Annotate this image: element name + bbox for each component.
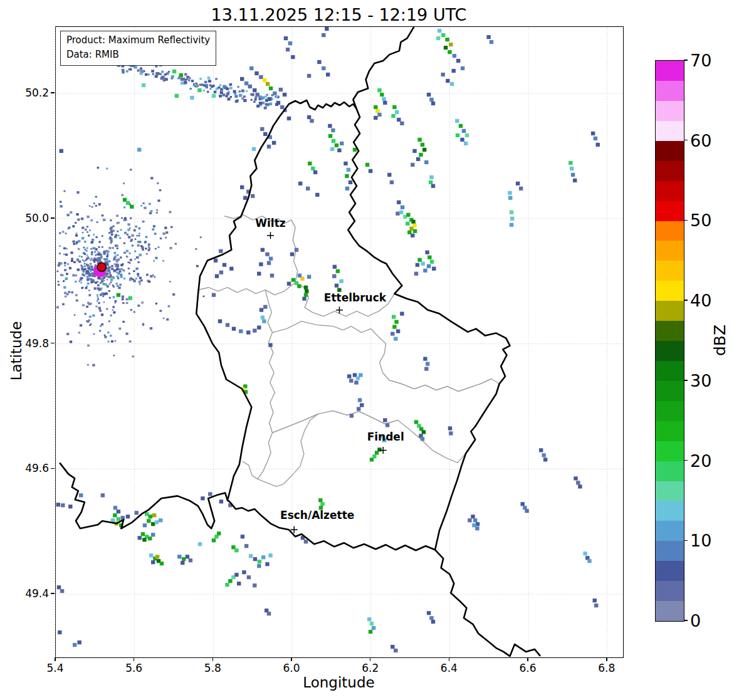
colorbar-segment xyxy=(656,601,684,621)
colorbar-segment xyxy=(656,181,684,201)
colorbar-segment xyxy=(656,341,684,361)
city-marker: Wiltz xyxy=(255,217,286,239)
colorbar-segment xyxy=(656,381,684,401)
x-tick-label: 5.6 xyxy=(125,662,142,674)
y-tick-label: 50.2 xyxy=(11,86,49,99)
radar-clutter-speckles xyxy=(56,54,287,367)
colorbar-segment xyxy=(656,401,684,421)
colorbar-segment xyxy=(656,541,684,561)
y-tick-mark xyxy=(51,593,55,594)
colorbar-tick-label: 50 xyxy=(690,211,711,230)
colorbar-segment xyxy=(656,561,684,581)
colorbar-segment xyxy=(656,581,684,601)
country-borders xyxy=(60,27,540,656)
colorbar xyxy=(655,60,684,622)
radar-figure-page: { "chart_data": { "type": "heatmap", "ti… xyxy=(0,0,739,700)
colorbar-segment xyxy=(656,321,684,341)
colorbar-segment xyxy=(656,481,684,501)
colorbar-tick-label: 20 xyxy=(690,451,711,470)
colorbar-tick-label: 30 xyxy=(690,370,711,390)
city-label: Findel xyxy=(367,431,404,443)
product-annotation-box: Product: Maximum Reflectivity Data: RMIB xyxy=(60,31,216,66)
colorbar-tick-label: 40 xyxy=(690,291,711,310)
y-tick-label: 49.6 xyxy=(11,462,49,474)
colorbar-segment xyxy=(656,121,684,141)
colorbar-segment xyxy=(656,461,684,481)
colorbar-segment xyxy=(656,301,684,321)
x-tick-label: 6.8 xyxy=(598,662,615,674)
colorbar-segment xyxy=(656,101,684,121)
colorbar-segment xyxy=(656,281,684,301)
x-tick-label: 6.4 xyxy=(441,662,458,674)
x-tick-label: 6.6 xyxy=(520,662,537,674)
y-tick-mark xyxy=(51,92,55,93)
map-canvas: WiltzEttelbruckFindelEsch/Alzette xyxy=(56,27,623,657)
x-axis-label: Longitude xyxy=(55,674,622,691)
city-marker: Findel xyxy=(367,431,404,454)
colorbar-segment xyxy=(656,501,684,521)
colorbar-segment xyxy=(656,421,684,441)
y-tick-label: 49.4 xyxy=(11,587,49,600)
reflectivity-echo-cells xyxy=(56,27,600,652)
colorbar-segment xyxy=(656,241,684,261)
x-tick-mark xyxy=(606,657,607,661)
colorbar-segment xyxy=(656,521,684,541)
city-label: Esch/Alzette xyxy=(280,509,354,521)
x-tick-label: 5.8 xyxy=(204,662,221,674)
city-marker: Esch/Alzette xyxy=(280,509,354,533)
colorbar-segment xyxy=(656,441,684,461)
x-tick-mark xyxy=(55,657,56,661)
colorbar-segment xyxy=(656,61,684,81)
x-tick-mark xyxy=(212,657,214,661)
colorbar-segment xyxy=(656,161,684,181)
x-tick-label: 6.0 xyxy=(283,662,300,674)
colorbar-label: dBZ xyxy=(711,325,729,356)
x-tick-mark xyxy=(449,657,450,661)
x-tick-label: 5.4 xyxy=(46,662,63,674)
colorbar-tick-label: 60 xyxy=(690,130,711,150)
colorbar-segment xyxy=(656,201,684,221)
x-tick-mark xyxy=(134,657,135,661)
x-tick-mark xyxy=(291,657,292,661)
figure-title: 13.11.2025 12:15 - 12:19 UTC xyxy=(55,5,622,24)
product-line: Product: Maximum Reflectivity xyxy=(66,33,210,48)
city-label: Wiltz xyxy=(255,217,286,229)
colorbar-segment xyxy=(656,361,684,381)
x-tick-mark xyxy=(370,657,371,661)
y-tick-label: 49.8 xyxy=(11,337,49,350)
y-tick-mark xyxy=(51,343,55,344)
data-source-line: Data: RMIB xyxy=(66,48,210,62)
y-tick-mark xyxy=(51,217,55,219)
y-axis-label: Latitude xyxy=(8,321,24,381)
city-marker: Ettelbruck xyxy=(324,291,387,314)
colorbar-segment xyxy=(656,81,684,101)
colorbar-tick-label: 0 xyxy=(690,611,701,630)
colorbar-segment xyxy=(656,261,684,281)
city-label: Ettelbruck xyxy=(324,291,387,304)
map-plot-area: WiltzEttelbruckFindelEsch/Alzette Produc… xyxy=(55,26,624,658)
colorbar-tick-label: 10 xyxy=(690,531,711,550)
colorbar-segment xyxy=(656,221,684,241)
colorbar-segment xyxy=(656,141,684,161)
y-tick-label: 50.0 xyxy=(11,212,49,224)
x-tick-mark xyxy=(527,657,528,661)
y-tick-mark xyxy=(51,468,55,469)
colorbar-tick-label: 70 xyxy=(690,51,711,70)
x-tick-label: 6.2 xyxy=(362,662,379,674)
grid-lines xyxy=(56,27,623,657)
